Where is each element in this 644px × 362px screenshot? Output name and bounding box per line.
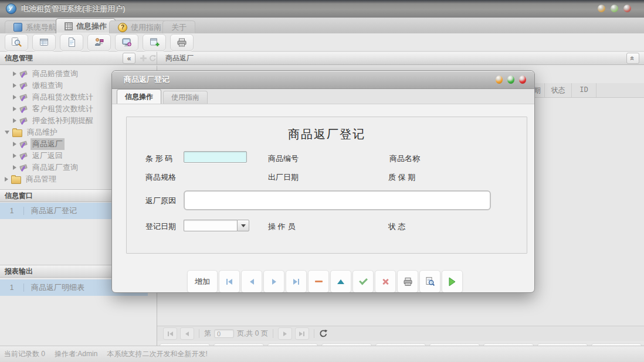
document-tab[interactable]: 商品返厂 — [165, 53, 194, 63]
user-flag-icon — [94, 37, 104, 47]
panel-collapse-button[interactable]: « — [626, 53, 639, 64]
document-tab-bar: 商品返厂 « — [157, 52, 644, 65]
tool-icon — [19, 163, 28, 172]
tree-item-label: 返厂返回 — [30, 150, 65, 162]
list-view-icon — [39, 37, 49, 47]
sidebar-collapse-button[interactable]: « — [123, 53, 135, 64]
refresh-icon[interactable] — [149, 54, 157, 62]
form-title: 商品返厂登记 — [127, 127, 527, 142]
reg-date-combobox — [184, 220, 249, 231]
reg-date-label: 登记日期 — [145, 221, 176, 232]
up-button[interactable] — [330, 270, 351, 293]
tool-icon — [19, 93, 28, 101]
chevron-right-icon — [13, 107, 16, 111]
printer-button[interactable] — [170, 34, 194, 51]
print-preview-button[interactable] — [419, 270, 440, 293]
document-icon — [66, 37, 77, 47]
print-preview-icon — [425, 276, 435, 286]
tree-item-label: 商品租赁次数统计 — [30, 91, 95, 103]
tool-icon — [19, 105, 28, 113]
print-button[interactable] — [397, 270, 418, 293]
reason-label: 返厂原因 — [145, 196, 176, 206]
reason-input[interactable] — [184, 190, 491, 210]
tree-item-label: 商品返厂 — [30, 138, 65, 150]
window-add-icon — [149, 37, 160, 47]
tree-item-label: 缴租查询 — [30, 80, 65, 91]
page-prefix-label: 第 — [204, 329, 211, 339]
dropdown-button[interactable] — [237, 220, 249, 231]
tree-item-label: 商品返厂查询 — [30, 162, 80, 173]
tool-icon — [19, 152, 28, 160]
tree-item-label: 押金抵补到期提醒 — [30, 115, 95, 127]
window-title: 电池租赁管理系统(非注册用户) — [21, 4, 126, 14]
column-header-status[interactable]: 状态 — [544, 83, 572, 97]
list-item-index: 1 — [0, 207, 24, 215]
last-page-button[interactable] — [295, 327, 309, 340]
maximize-button[interactable] — [507, 76, 514, 84]
list-item-index: 1 — [0, 284, 24, 292]
dialog-toolbar: 增加 — [187, 270, 463, 293]
barcode-input[interactable] — [184, 151, 247, 163]
tab-info-operation[interactable]: 信息操作 — [56, 18, 116, 33]
dialog-tab-info-operation[interactable]: 信息操作 — [117, 89, 161, 104]
new-window-button[interactable] — [143, 34, 166, 51]
chevron-right-icon — [5, 177, 8, 182]
tab-user-guide[interactable]: 使用指南 — [109, 21, 170, 33]
status-label: 状 态 — [388, 221, 406, 232]
chevron-up-icon: « — [628, 56, 637, 60]
chevron-right-icon — [13, 118, 16, 123]
list-view-button[interactable] — [32, 34, 56, 51]
tab-about[interactable]: 关于 — [162, 21, 195, 33]
next-page-button[interactable] — [278, 327, 292, 340]
operator-label: 操作者:Admin — [55, 349, 97, 359]
close-button[interactable] — [519, 76, 526, 84]
add-icon[interactable] — [140, 55, 147, 62]
tab-label: 使用指南 — [131, 22, 161, 33]
column-header-id[interactable]: ID — [572, 83, 596, 97]
app-window: 电池租赁管理系统(非注册用户) 系统导航 信息操作 使用指南 关于 — [0, 0, 644, 362]
maximize-button[interactable] — [611, 5, 618, 12]
prev-page-button[interactable] — [180, 327, 194, 340]
refresh-icon[interactable] — [319, 329, 328, 338]
page-number-input[interactable] — [214, 329, 234, 338]
close-button[interactable] — [623, 5, 631, 12]
confirm-button[interactable] — [352, 270, 374, 293]
chevron-right-icon — [13, 153, 16, 158]
divider — [199, 329, 199, 338]
search-button[interactable] — [5, 34, 28, 51]
list-item-label: 商品返厂登记 — [24, 206, 77, 216]
last-record-button[interactable] — [286, 270, 307, 293]
tab-label: 关于 — [171, 22, 187, 33]
add-button[interactable]: 增加 — [187, 270, 218, 293]
triangle-up-icon — [337, 279, 344, 284]
prev-record-button[interactable] — [241, 270, 262, 293]
dialog-title: 商品返厂登记 — [124, 74, 170, 85]
chevron-down-icon — [241, 224, 246, 227]
next-record-button[interactable] — [263, 270, 284, 293]
check-icon — [359, 276, 368, 285]
record-count-label: 当前记录数 0 — [4, 349, 45, 359]
minus-icon — [315, 281, 323, 282]
document-button[interactable] — [60, 34, 83, 51]
delete-record-button[interactable] — [308, 270, 329, 293]
dialog-tab-user-guide[interactable]: 使用指南 — [163, 91, 208, 104]
warranty-label: 质 保 期 — [388, 172, 415, 183]
operator-button[interactable] — [87, 34, 111, 51]
title-bar: 电池租赁管理系统(非注册用户) — [0, 0, 644, 18]
tree-item-label: 客户租赁次数统计 — [30, 103, 95, 115]
minimize-button[interactable] — [496, 76, 503, 84]
cancel-button[interactable] — [375, 270, 396, 293]
search-icon — [11, 37, 22, 47]
minimize-button[interactable] — [598, 5, 605, 12]
printer-icon — [403, 276, 413, 286]
first-record-button[interactable] — [219, 270, 240, 293]
product-no-label: 商品编号 — [268, 153, 299, 164]
pager-bar: 第 页,共 0 页 — [157, 326, 644, 341]
first-page-button[interactable] — [163, 327, 177, 340]
chevron-right-icon — [13, 95, 16, 100]
window-controls — [598, 5, 631, 12]
monitor-button[interactable] — [115, 34, 138, 51]
printer-icon — [177, 37, 187, 47]
execute-button[interactable] — [442, 270, 463, 293]
reg-date-input[interactable] — [184, 220, 237, 231]
